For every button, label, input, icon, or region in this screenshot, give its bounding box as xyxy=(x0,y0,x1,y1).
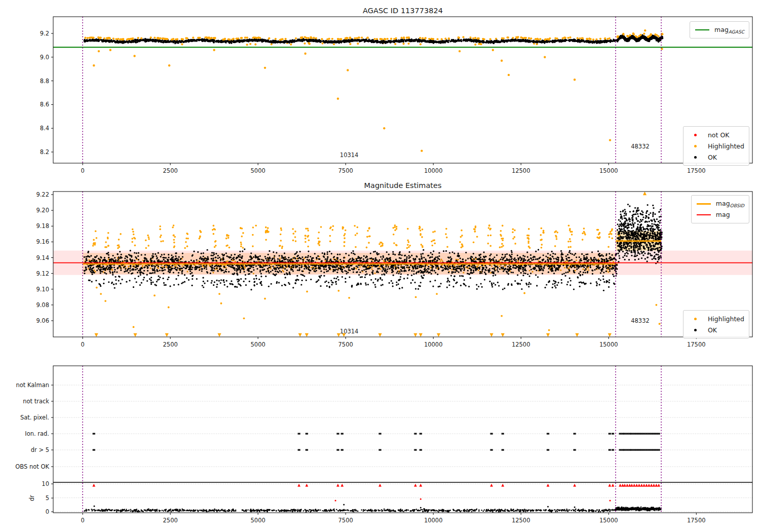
plot-agasc-x-tick: 7500 xyxy=(338,167,353,174)
plot-mag-estimates-x-tick: 12500 xyxy=(512,341,530,348)
highlighted-dot-swatch xyxy=(688,145,703,147)
plot-flags-y-label: 0 xyxy=(46,508,49,515)
figure: 0250050007500100001250015000175008.28.48… xyxy=(0,0,760,532)
plot-agasc-y-tick: 9.0 xyxy=(40,54,49,61)
legend-entry-ok: OK xyxy=(688,151,744,163)
plot-mag-estimates-y-tick: 9.06 xyxy=(36,317,49,324)
plot-flags-x-tick: 7500 xyxy=(338,517,353,524)
plot-agasc-highlighted-band-top xyxy=(84,32,663,41)
plot-agasc-y-tick: 8.4 xyxy=(40,125,49,132)
legend-label-not-ok: not OK xyxy=(708,131,729,139)
plot-agasc-x-tick: 17500 xyxy=(687,167,706,174)
plot-flags-y-label: 5 xyxy=(46,495,49,502)
plot-mag-estimates-y-tick: 9.14 xyxy=(36,254,49,261)
plot-flags-y-label: OBS not OK xyxy=(15,463,49,470)
plot-flags-x-tick: 17500 xyxy=(687,517,706,524)
plot-mag-estimates-x-tick: 10000 xyxy=(424,341,443,348)
legend-entry-mag-agasc: magAGASC xyxy=(695,24,744,35)
legend-label-mag-agasc: magAGASC xyxy=(714,26,744,34)
plot-agasc-annotation-10314: 10314 xyxy=(340,151,359,159)
plot1-marker-legend: not OK Highlighted OK xyxy=(683,126,749,166)
plot-flags-y-label: dr > 5 xyxy=(31,446,49,453)
plot-mag-estimates-annotation-48332: 48332 xyxy=(631,317,650,324)
plot-agasc-annotation-48332: 48332 xyxy=(631,143,650,150)
plot-agasc-x-tick: 10000 xyxy=(424,167,443,174)
plot1-title: AGASC ID 113773824 xyxy=(53,7,752,15)
plot-mag-estimates: 0250050007500100001250015000175009.069.0… xyxy=(36,191,752,348)
plot-agasc-x-tick: 5000 xyxy=(251,167,265,174)
plot-mag-estimates-x-tick: 7500 xyxy=(338,341,353,348)
plot-mag-estimates-y-tick: 9.12 xyxy=(36,270,49,277)
plot-flags-x-tick: 5000 xyxy=(251,517,265,524)
plot-mag-estimates-clipped-high-marker xyxy=(643,192,647,195)
plot-mag-estimates-y-tick: 9.16 xyxy=(36,238,49,245)
plot-flags-y-label: Ion. rad. xyxy=(25,430,49,437)
highlighted2-dot-swatch xyxy=(688,318,703,320)
plot-flags-dr-spikes xyxy=(93,504,575,509)
plot-agasc-x-tick: 2500 xyxy=(163,167,178,174)
plot2-marker-legend: Highlighted OK xyxy=(683,310,749,338)
plot-mag-estimates-highlighted-columns xyxy=(92,224,613,249)
legend-label-ok2: OK xyxy=(708,326,717,334)
legend-entry-not-ok: not OK xyxy=(688,129,744,140)
legend-entry-ok2: OK xyxy=(688,324,744,335)
plot-flags-y-label: not track xyxy=(23,398,49,405)
ok-dot-swatch xyxy=(688,156,703,159)
plot-agasc-y-tick: 9.2 xyxy=(40,30,49,37)
plot-flags-dr-red-points xyxy=(335,498,611,501)
mag-obsid-line-swatch xyxy=(696,203,711,205)
plot2-title: Magnitude Estimates xyxy=(53,181,752,189)
legend-entry-highlighted: Highlighted xyxy=(688,140,744,151)
plot-mag-estimates-y-tick: 9.10 xyxy=(36,286,49,293)
plot-flags-y-label: 10 xyxy=(42,480,49,487)
plot-flags-x-tick: 12500 xyxy=(512,517,530,524)
plot-agasc-y-tick: 8.2 xyxy=(40,148,49,156)
plot-flags-y-label: not Kalman xyxy=(16,382,49,389)
plot-mag-estimates-x-tick: 5000 xyxy=(251,341,265,348)
plot-flags-x-tick: 0 xyxy=(81,517,84,524)
plot-agasc-x-tick: 12500 xyxy=(512,167,530,174)
plot-flags: 025005000750010000125001500017500not Kal… xyxy=(15,366,752,524)
plot-flags-x-tick: 10000 xyxy=(424,517,443,524)
mag-agasc-line-swatch xyxy=(695,29,710,30)
plot1-line-legend: magAGASC xyxy=(690,21,749,39)
legend-label-mag-obsid: magOBSID xyxy=(716,200,744,208)
plot-flags-dr-clipped-markers xyxy=(92,484,660,487)
plot-flags-y-label: Sat. pixel. xyxy=(20,414,49,421)
legend-label-highlighted2: Highlighted xyxy=(708,315,744,323)
legend-entry-mag: mag xyxy=(696,209,744,220)
ok2-dot-swatch xyxy=(688,329,703,331)
plot-mag-estimates-y-tick: 9.22 xyxy=(36,191,49,198)
plot-flags-x-tick: 2500 xyxy=(163,517,178,524)
plot-flags-ylabel: dr xyxy=(28,495,35,501)
mag-line-swatch xyxy=(696,214,711,215)
plot-mag-estimates-x-tick: 15000 xyxy=(599,341,618,348)
plot2-line-legend: magOBSID mag xyxy=(691,195,749,223)
plot-agasc-x-tick: 0 xyxy=(81,167,84,174)
legend-entry-mag-obsid: magOBSID xyxy=(696,198,744,209)
plot-mag-estimates-y-tick: 9.18 xyxy=(36,222,49,230)
plot-agasc: 0250050007500100001250015000175008.28.48… xyxy=(40,17,752,174)
charts-canvas: 0250050007500100001250015000175008.28.48… xyxy=(0,0,760,532)
legend-label-mag: mag xyxy=(716,211,730,219)
plot-mag-estimates-y-tick: 9.08 xyxy=(36,301,49,309)
plot-mag-estimates-annotation-10314: 10314 xyxy=(340,328,359,335)
plot-mag-estimates-ok-core xyxy=(84,204,663,291)
plot-agasc-ok-band xyxy=(84,34,664,45)
plot-agasc-y-tick: 8.6 xyxy=(40,101,49,108)
legend-label-ok: OK xyxy=(708,154,717,161)
plot-agasc-x-tick: 15000 xyxy=(599,167,618,174)
not-ok-dot-swatch xyxy=(688,134,703,136)
plot-mag-estimates-y-tick: 9.20 xyxy=(36,207,49,214)
plot-mag-estimates-x-tick: 17500 xyxy=(687,341,706,348)
plot-agasc-y-tick: 8.8 xyxy=(40,78,49,85)
plot-mag-estimates-x-tick: 2500 xyxy=(163,341,178,348)
plot-flags-x-tick: 15000 xyxy=(599,517,618,524)
plot-mag-estimates-x-tick: 0 xyxy=(81,341,84,348)
plot-flags-axes-frame xyxy=(53,366,752,513)
legend-label-highlighted: Highlighted xyxy=(708,142,744,150)
legend-entry-highlighted2: Highlighted xyxy=(688,313,744,324)
